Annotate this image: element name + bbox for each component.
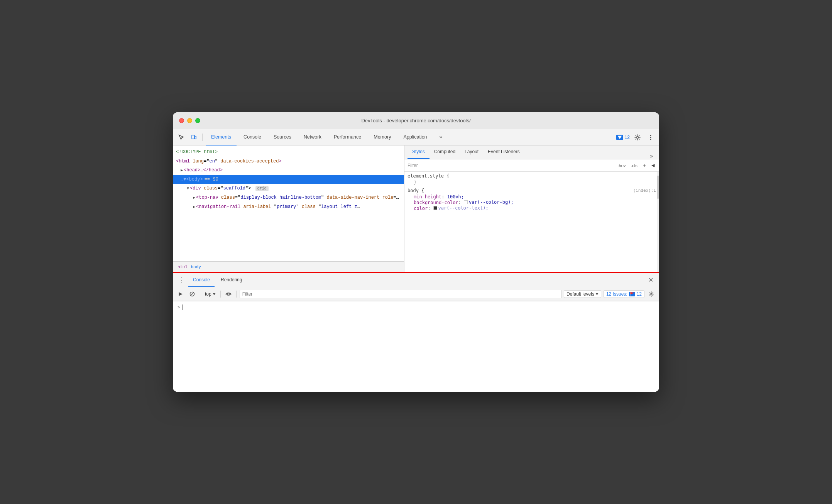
context-dropdown-arrow-icon [213,293,216,295]
levels-dropdown[interactable]: Default levels [564,290,601,298]
execute-context-icon[interactable] [176,289,185,299]
prompt-arrow-icon: > [178,304,180,310]
levels-dropdown-arrow-icon [595,293,599,295]
toolbar-right: ! 12 [616,132,656,143]
levels-label: Default levels [567,291,594,297]
dom-html[interactable]: <html lang="en" data-cookies-accepted> [173,157,404,166]
dom-body[interactable]: …▼<body>== $0 [173,175,404,184]
svg-text:!: ! [619,137,620,139]
tab-application[interactable]: Application [398,129,432,145]
styles-content: element.style { } body { (index):1 [404,172,659,272]
scrollbar-track [657,172,659,272]
bg-color-swatch[interactable] [464,200,468,204]
svg-point-11 [227,293,229,295]
context-label: top [205,291,211,297]
title-bar: DevTools - developer.chrome.com/docs/dev… [173,112,659,129]
console-settings-icon[interactable] [647,289,656,299]
tab-sources[interactable]: Sources [268,129,297,145]
issues-flag-icon: 🚩 [629,292,635,296]
bottom-drawer: ⋮ Console Rendering ✕ [173,272,659,392]
minimize-button[interactable] [187,118,192,123]
inspect-element-icon[interactable] [176,132,187,143]
breadcrumb: html body [173,261,404,272]
dom-doctype: <!DOCTYPE html> [173,148,404,157]
dom-scaffold[interactable]: ▼<div class="scaffold"> grid [173,184,404,193]
css-prop-background-color[interactable]: background-color: var(--color-bg); [408,200,656,205]
cursor [183,304,183,310]
svg-rect-0 [192,135,194,139]
css-source-index: (index):1 [633,188,656,193]
issues-badge[interactable]: ! 12 [616,135,630,140]
issues-icon: ! [616,135,623,140]
dom-top-nav[interactable]: ▶<top-nav class="display-block hairline-… [173,193,404,203]
close-button[interactable] [179,118,184,123]
dom-tree[interactable]: <!DOCTYPE html> <html lang="en" data-coo… [173,145,404,261]
drawer-close-button[interactable]: ✕ [645,275,656,286]
styles-more-icon[interactable]: » [647,153,656,159]
issues-count: 12 [625,135,630,140]
toggle-sidebar-button[interactable]: ◀ [650,162,656,169]
window-title: DevTools - developer.chrome.com/docs/dev… [361,118,470,123]
live-expression-icon[interactable] [224,289,233,299]
console-prompt: > [178,304,654,310]
add-style-button[interactable]: + [641,162,648,169]
console-content[interactable]: > [173,301,659,392]
drawer-tab-console[interactable]: Console [188,273,215,287]
svg-point-13 [651,293,652,295]
console-divider-3 [236,291,237,298]
cls-button[interactable]: .cls [629,162,639,169]
console-filter-input[interactable] [240,290,561,298]
filter-controls: :hov .cls + ◀ [616,162,656,169]
drawer-menu-icon[interactable]: ⋮ [176,276,187,284]
issues-number: 12 [637,291,642,297]
tab-more[interactable]: » [434,129,448,145]
maximize-button[interactable] [195,118,200,123]
svg-marker-7 [179,292,183,296]
settings-icon[interactable] [632,132,643,143]
css-rule-body: body { (index):1 min-height: 100vh; back… [408,188,656,211]
css-selector-body[interactable]: body { (index):1 [408,188,656,193]
hov-button[interactable]: :hov [616,162,627,169]
context-selector[interactable]: top [203,291,217,298]
console-toolbar: top Default [173,287,659,301]
elements-panel: <!DOCTYPE html> <html lang="en" data-coo… [173,145,404,272]
tab-event-listeners[interactable]: Event Listeners [483,145,524,159]
tab-computed[interactable]: Computed [430,145,460,159]
dom-head[interactable]: ▶<head>…</head> [173,166,404,175]
console-divider-1 [200,291,200,298]
styles-filter-bar: :hov .cls + ◀ [404,159,659,172]
scrollbar-thumb[interactable] [657,176,659,199]
clear-console-icon[interactable] [188,289,197,299]
drawer-tab-rendering[interactable]: Rendering [216,273,247,287]
tab-elements[interactable]: Elements [206,129,237,145]
svg-point-5 [650,137,651,138]
drawer-toolbar: ⋮ Console Rendering ✕ [173,273,659,287]
tab-console[interactable]: Console [238,129,267,145]
text-color-swatch[interactable] [433,206,437,210]
devtools-window: DevTools - developer.chrome.com/docs/dev… [173,112,659,392]
css-prop-min-height[interactable]: min-height: 100vh; [408,194,656,200]
tab-layout[interactable]: Layout [460,145,483,159]
devtools-toolbar: Elements Console Sources Network Perform… [173,129,659,145]
tab-memory[interactable]: Memory [368,129,396,145]
svg-marker-10 [213,293,216,295]
breadcrumb-body[interactable]: body [189,264,203,269]
tab-network[interactable]: Network [298,129,327,145]
css-rule-element-style: element.style { } [408,173,656,185]
dom-nav-rail[interactable]: ▶<navigation-rail aria-label="primary" c… [173,203,404,212]
css-selector-element-style[interactable]: element.style { [408,173,656,179]
tab-styles[interactable]: Styles [408,145,430,159]
console-divider-2 [220,291,221,298]
svg-marker-12 [595,293,599,295]
styles-filter-input[interactable] [408,163,613,168]
issues-label: 12 Issues: [606,291,627,297]
issues-counter[interactable]: 12 Issues: 🚩 12 [604,290,644,298]
devtools-main: Elements Console Sources Network Perform… [173,129,659,392]
more-options-icon[interactable] [645,132,656,143]
css-closing-brace: } [408,179,656,185]
svg-point-4 [650,135,651,136]
tab-performance[interactable]: Performance [328,129,367,145]
breadcrumb-html[interactable]: html [176,264,189,269]
device-toolbar-icon[interactable] [188,132,199,143]
css-prop-color[interactable]: color: var(--color-text); [408,205,656,211]
